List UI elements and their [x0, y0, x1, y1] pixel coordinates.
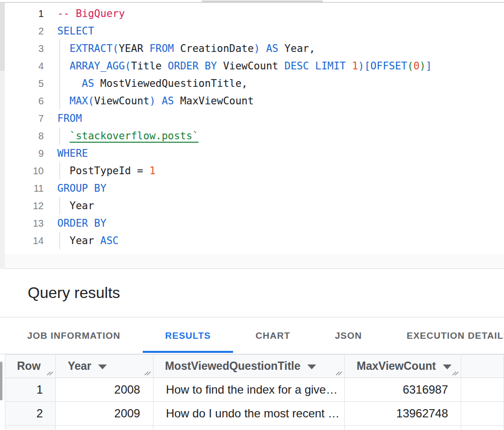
indent-guide [59, 162, 60, 180]
cell-maxviewcount: 6316987 [345, 378, 461, 402]
code-token: ARRAY_AGG( [69, 60, 131, 72]
table-header-row: RowYearMostViewedQuestionTitleMaxViewCou… [5, 355, 504, 378]
code-token: MaxViewCount [180, 95, 254, 107]
code-token [57, 78, 82, 89]
code-token: ( [407, 60, 414, 72]
code-token: ) [254, 43, 260, 54]
tab-json[interactable]: JSON [313, 317, 385, 354]
line-number: 1 [0, 5, 44, 22]
column-header-row[interactable]: Row [5, 355, 56, 378]
vertical-scrollbar-thumb[interactable] [0, 362, 2, 400]
code-token: Year [69, 200, 94, 212]
indent-guide [59, 127, 60, 145]
column-resize-grip-icon[interactable] [452, 368, 459, 376]
code-text: ARRAY_AGG(Title ORDER BY ViewCount DESC … [57, 57, 432, 75]
column-header-mostviewedquestiontitle[interactable]: MostViewedQuestionTitle [153, 355, 345, 378]
tab-chart[interactable]: CHART [233, 317, 313, 354]
results-table: RowYearMostViewedQuestionTitleMaxViewCou… [5, 354, 504, 430]
tab-results[interactable]: RESULTS [143, 317, 233, 354]
code-token: PostTypeId = [69, 165, 149, 177]
cell-mostviewedquestiontitle: How to find the index for a give… [153, 378, 345, 402]
cell-clipped [461, 426, 504, 430]
code-line: 9WHERE [0, 145, 504, 162]
line-number: 5 [0, 75, 44, 92]
code-line: 13ORDER BY [0, 215, 504, 232]
left-scrollbar-thumb[interactable] [0, 3, 5, 71]
code-text: EXTRACT(YEAR FROM CreationDate) AS Year, [57, 40, 315, 57]
code-token: 1 [352, 60, 358, 72]
active-tab-underline [143, 351, 233, 353]
column-resize-grip-icon[interactable] [46, 368, 54, 376]
code-line: 7FROM [0, 110, 504, 127]
code-line: 4 ARRAY_AGG(Title ORDER BY ViewCount DES… [0, 57, 504, 75]
line-number: 9 [0, 145, 44, 162]
indent-guide [59, 57, 60, 75]
cell-clipped [56, 426, 153, 430]
code-token: )[ [358, 60, 370, 72]
indent-guide [59, 197, 60, 215]
results-table-region: RowYearMostViewedQuestionTitleMaxViewCou… [0, 354, 504, 430]
code-text: WHERE [57, 145, 88, 162]
indent-guide [59, 75, 60, 92]
code-token: AS [260, 43, 285, 54]
tab-label: EXECUTION DETAILS [407, 331, 504, 341]
editor-bottom-gap [0, 254, 504, 269]
line-number: 10 [0, 162, 44, 180]
sql-editor[interactable]: 1-- BigQuery2SELECT3 EXTRACT(YEAR FROM C… [0, 3, 504, 254]
line-number: 2 [0, 22, 44, 40]
code-text: GROUP BY [57, 180, 106, 197]
code-token: YEAR [118, 43, 149, 54]
results-tab-bar: JOB INFORMATIONRESULTSCHARTJSONEXECUTION… [0, 317, 504, 354]
tab-execution-details[interactable]: EXECUTION DETAILS [385, 317, 504, 354]
table-reference-link[interactable]: `stackoverflow.posts` [69, 130, 199, 142]
code-line: 10 PostTypeId = 1 [0, 162, 504, 180]
code-token: CreationDate [174, 43, 253, 54]
cell-clipped [461, 402, 504, 426]
code-token: ) [420, 60, 426, 72]
code-text: MAX(ViewCount) AS MaxViewCount [57, 92, 254, 110]
code-line: 6 MAX(ViewCount) AS MaxViewCount [0, 92, 504, 110]
column-header-year[interactable]: Year [56, 355, 153, 378]
code-line: 8 `stackoverflow.posts` [0, 127, 504, 145]
code-token: Year, [285, 43, 315, 54]
code-token: Year [69, 235, 94, 247]
code-text: Year ASC [57, 232, 118, 249]
code-line: 12 Year [0, 197, 504, 215]
column-header-maxviewcount[interactable]: MaxViewCount [345, 355, 461, 378]
column-header-label: Year [67, 360, 91, 372]
code-token: -- BigQuery [57, 8, 125, 19]
query-results-header: Query results [0, 269, 504, 317]
cell-mostviewedquestiontitle: How do I undo the most recent … [153, 402, 345, 426]
column-resize-grip-icon[interactable] [335, 368, 343, 376]
tab-job-information[interactable]: JOB INFORMATION [5, 317, 143, 354]
code-text: `stackoverflow.posts` [57, 127, 199, 145]
code-text: PostTypeId = 1 [57, 162, 155, 180]
tab-label: JOB INFORMATION [27, 331, 120, 341]
table-row: 22009How do I undo the most recent …1396… [5, 402, 504, 426]
line-number: 12 [0, 197, 44, 215]
column-dropdown-icon[interactable] [98, 364, 107, 369]
code-token: MostViewedQuestionTitle, [94, 78, 248, 89]
code-token: 0 [413, 60, 420, 72]
tab-label: JSON [335, 331, 362, 341]
code-token: DESC LIMIT [278, 60, 352, 72]
code-line: 11GROUP BY [0, 180, 504, 197]
code-token: GROUP BY [57, 182, 106, 194]
code-token: 1 [150, 165, 156, 177]
code-token: Title [131, 60, 162, 72]
code-line: 5 AS MostViewedQuestionTitle, [0, 75, 504, 92]
code-line: 14 Year ASC [0, 232, 504, 249]
code-token: OFFSET [370, 60, 407, 72]
page-title: Query results [28, 284, 120, 302]
code-text: AS MostViewedQuestionTitle, [57, 75, 248, 92]
column-header-label: MaxViewCount [356, 360, 436, 372]
column-dropdown-icon[interactable] [307, 364, 316, 369]
column-header-clipped [461, 355, 504, 378]
line-number: 3 [0, 40, 44, 57]
column-resize-grip-icon[interactable] [144, 368, 151, 376]
cell-year: 2008 [56, 378, 153, 402]
code-token: SELECT [57, 25, 94, 37]
column-dropdown-icon[interactable] [443, 364, 452, 369]
line-number: 6 [0, 92, 44, 110]
code-token: AS [82, 78, 94, 89]
